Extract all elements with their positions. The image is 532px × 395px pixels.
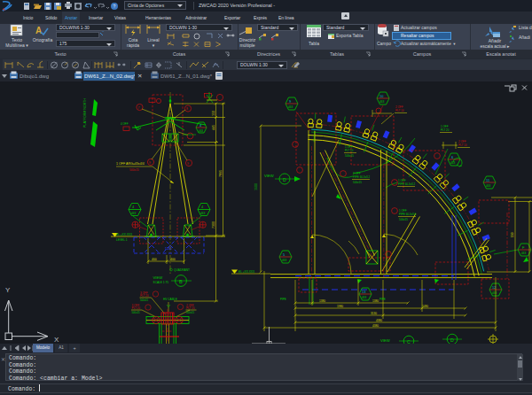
svg-text:B: B: [179, 279, 183, 284]
svg-text:LEVEL 1: LEVEL 1: [116, 238, 128, 242]
svg-text:1500: 1500: [254, 183, 258, 190]
svg-text:500x15: 500x15: [132, 311, 141, 314]
svg-text:SCALE 1:75: SCALE 1:75: [153, 281, 169, 284]
svg-text:4380: 4380: [372, 324, 379, 328]
svg-text:150: 150: [511, 232, 514, 237]
svg-text:500x15: 500x15: [140, 298, 149, 302]
svg-text:7: 7: [138, 106, 140, 110]
svg-text:EL +XX.XXX: EL +XX.XXX: [116, 233, 133, 236]
svg-text:PLT 20: PLT 20: [441, 128, 450, 132]
svg-text:PIPE 60.3x3.2: PIPE 60.3x3.2: [353, 175, 371, 179]
svg-text:1380: 1380: [319, 299, 325, 303]
svg-text:PLT 10: PLT 10: [458, 143, 467, 147]
svg-text:PLT 20: PLT 20: [140, 294, 149, 298]
svg-text:463: 463: [131, 212, 137, 215]
svg-text:500x15: 500x15: [353, 181, 362, 184]
svg-text:400: 400: [170, 258, 176, 261]
svg-text:D: D: [283, 177, 286, 182]
svg-text:500x15: 500x15: [186, 311, 195, 314]
svg-text:11: 11: [486, 178, 490, 182]
svg-text:12: 12: [492, 285, 497, 290]
svg-text:400: 400: [152, 258, 157, 261]
svg-text:13: 13: [362, 290, 366, 294]
svg-text:EL +XX.XXX: EL +XX.XXX: [239, 270, 255, 274]
svg-text:500x15: 500x15: [129, 168, 139, 172]
svg-text:PIPE 60.3x3.6: PIPE 60.3x3.6: [399, 213, 417, 216]
svg-text:4380: 4380: [376, 319, 382, 322]
svg-text:463: 463: [521, 252, 527, 255]
svg-text:PIPE 60.3x3.2: PIPE 60.3x3.2: [398, 182, 416, 186]
svg-text:PLT 20: PLT 20: [132, 306, 141, 310]
svg-text:463: 463: [492, 291, 497, 295]
svg-text:500x15: 500x15: [399, 218, 408, 221]
svg-text:8: 8: [186, 107, 188, 111]
svg-text:7300: 7300: [212, 221, 215, 228]
svg-text:463: 463: [379, 100, 385, 104]
svg-text:PIPE: PIPE: [280, 298, 286, 301]
svg-text:10: 10: [379, 94, 384, 98]
svg-text:X: X: [54, 336, 59, 344]
svg-text:A: A: [35, 26, 42, 35]
svg-text:1980: 1980: [337, 305, 343, 308]
svg-text:PIPE: PIPE: [379, 298, 386, 301]
svg-text:QUADRANT: QUADRANT: [174, 268, 190, 272]
svg-text:7895: 7895: [219, 170, 223, 177]
svg-text:6: 6: [451, 155, 454, 159]
svg-text:Y: Y: [5, 286, 11, 294]
svg-text:4 OFF: 4 OFF: [121, 122, 129, 126]
svg-text:1250: 1250: [165, 247, 172, 251]
svg-text:445: 445: [212, 125, 215, 130]
svg-text:VIEW: VIEW: [153, 275, 163, 280]
svg-text:500x15: 500x15: [345, 154, 354, 158]
svg-text:1 OFF ARG=43x4/4: 1 OFF ARG=43x4/4: [116, 162, 145, 166]
svg-text:HV CABLE: HV CABLE: [163, 298, 177, 301]
svg-text:463: 463: [200, 212, 206, 215]
svg-text:463: 463: [362, 296, 367, 299]
svg-text:4: 4: [132, 205, 135, 209]
svg-text:9: 9: [187, 162, 189, 166]
svg-text:PLATFORM NORTH: PLATFORM NORTH: [83, 98, 87, 128]
svg-text:5: 5: [283, 252, 286, 257]
svg-text:463: 463: [288, 105, 293, 109]
svg-text:PLT 10: PLT 10: [395, 109, 404, 112]
svg-text:D: D: [450, 337, 454, 343]
svg-text:PLT 15: PLT 15: [186, 306, 195, 310]
svg-text:1380: 1380: [372, 299, 379, 303]
svg-text:1480: 1480: [422, 305, 428, 308]
svg-text:VIEW: VIEW: [264, 174, 274, 178]
svg-text:VIEW: VIEW: [380, 338, 390, 343]
svg-text:463: 463: [199, 129, 203, 133]
svg-text:9: 9: [289, 99, 292, 104]
svg-text:PLT 10: PLT 10: [345, 149, 354, 152]
svg-text:3130: 3130: [371, 312, 377, 315]
svg-text:150: 150: [212, 111, 215, 116]
svg-text:4: 4: [201, 205, 204, 209]
svg-text:4: 4: [200, 123, 202, 128]
svg-text:F: F: [522, 245, 525, 250]
svg-text:?: ?: [113, 4, 116, 9]
svg-text:463: 463: [282, 259, 287, 262]
svg-text:463: 463: [486, 184, 491, 188]
svg-text:9: 9: [149, 161, 151, 165]
